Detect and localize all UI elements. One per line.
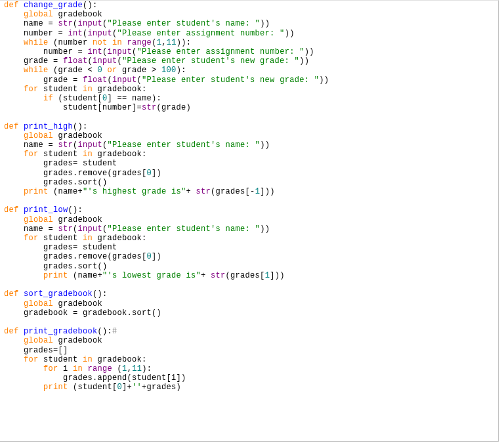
keyword-in: in	[83, 85, 93, 94]
code-text: ():	[83, 1, 98, 10]
code-text: (student[	[53, 94, 102, 103]
function-name: print_low	[24, 205, 68, 215]
code-text: ():	[73, 122, 88, 131]
code-text: ,	[127, 364, 133, 373]
string: "Please enter student's name: "	[108, 224, 261, 234]
builtin: input	[78, 224, 103, 234]
code-text: student	[39, 85, 83, 94]
builtin: str	[58, 140, 74, 150]
code-text: )	[304, 56, 310, 66]
builtin: input	[93, 56, 117, 66]
code-text: ]))	[270, 271, 285, 280]
code-text: i	[58, 364, 74, 373]
code-text: )	[285, 29, 290, 38]
code-text: (	[102, 140, 108, 150]
code-line: print (name+"'s highest grade is"+ str(g…	[4, 187, 495, 196]
code-text: ])	[152, 169, 161, 178]
code-line: grades.append(student[i])	[4, 373, 495, 383]
code-line: gradebook = gradebook.sort()	[4, 308, 495, 318]
code-text: (	[83, 29, 88, 38]
code-text: (	[112, 364, 122, 373]
number: 0	[147, 169, 152, 178]
keyword-in: in	[73, 364, 83, 373]
builtin: str	[58, 224, 74, 234]
code-text: )	[299, 56, 304, 66]
code-text: (	[102, 19, 108, 28]
keyword-def: def	[4, 289, 19, 299]
code-text: name =	[4, 19, 58, 28]
number: 0	[102, 94, 108, 103]
code-text: )	[289, 29, 295, 38]
code-text: ,	[161, 38, 167, 47]
code-text: ():	[98, 327, 113, 336]
code-text: name =	[4, 224, 58, 234]
code-text: +	[201, 271, 211, 280]
code-text: grades.sort()	[4, 178, 108, 187]
string: ''	[132, 383, 142, 392]
keyword-for: for	[24, 150, 39, 159]
code-line: grades=[]	[4, 346, 495, 355]
builtin: str	[211, 271, 226, 280]
number: 1	[122, 364, 127, 373]
code-line: grades.sort()	[4, 262, 495, 271]
code-text: student	[39, 150, 83, 159]
code-text: (	[152, 38, 157, 47]
code-text: number =	[4, 29, 68, 38]
code-text: +	[186, 187, 196, 196]
code-text: )	[260, 19, 265, 28]
keyword-while: while	[24, 38, 49, 47]
code-text	[122, 38, 127, 47]
code-line: name = str(input("Please enter student's…	[4, 19, 495, 28]
keyword-global: global	[24, 215, 53, 224]
builtin: float	[63, 56, 88, 66]
code-text: (number	[49, 38, 93, 47]
code-line: number = int(input("Please enter assignm…	[4, 47, 495, 56]
keyword-print: print	[43, 271, 68, 280]
code-line: for i in range (1,11):	[4, 364, 495, 373]
builtin: str	[142, 103, 157, 112]
code-text: (	[117, 56, 123, 66]
code-text: )	[265, 224, 270, 234]
keyword-not: not	[93, 38, 108, 47]
keyword-for: for	[24, 234, 39, 243]
builtin: int	[68, 29, 83, 38]
code-text: gradebook:	[93, 234, 147, 243]
code-text: ]))	[260, 187, 275, 196]
code-line: grades= student	[4, 159, 495, 168]
number: 0	[117, 383, 123, 392]
code-line: def print_low():	[4, 205, 495, 215]
keyword-for: for	[24, 355, 39, 364]
string: "'s lowest grade is"	[102, 271, 201, 280]
code-line: global gradebook	[4, 131, 495, 140]
code-text: grade >	[117, 66, 162, 75]
code-text: grades.remove(grades[	[4, 252, 147, 261]
builtin: input	[78, 140, 103, 150]
code-text: gradebook:	[93, 355, 147, 364]
code-text: (student[	[68, 383, 117, 392]
code-text: (	[137, 75, 142, 85]
keyword-in: in	[83, 234, 93, 243]
code-line: grade = float(input("Please enter studen…	[4, 56, 495, 66]
function-name: print_high	[24, 122, 73, 131]
string: "Please enter student's name: "	[108, 140, 261, 150]
number: 0	[98, 66, 103, 75]
string: "Please enter student's name: "	[108, 19, 261, 28]
code-text: )	[319, 75, 324, 85]
code-text: (name+	[68, 271, 103, 280]
keyword-def: def	[4, 122, 19, 131]
function-name: change_grade	[24, 1, 83, 10]
keyword-or: or	[108, 66, 117, 75]
code-text: grade =	[4, 75, 83, 85]
code-text: gradebook = gradebook.sort()	[4, 308, 161, 318]
code-text: )	[309, 47, 314, 56]
code-text: ():	[93, 289, 108, 299]
code-text: (grades[-	[211, 187, 255, 196]
code-line: print (name+"'s lowest grade is"+ str(gr…	[4, 271, 495, 280]
keyword-in: in	[83, 355, 93, 364]
keyword-for: for	[43, 364, 58, 373]
comment: #	[112, 327, 117, 336]
code-text: ):	[142, 364, 152, 373]
code-text: (	[73, 140, 78, 150]
code-text: ():	[68, 205, 83, 215]
code-line: grades= student	[4, 243, 495, 252]
